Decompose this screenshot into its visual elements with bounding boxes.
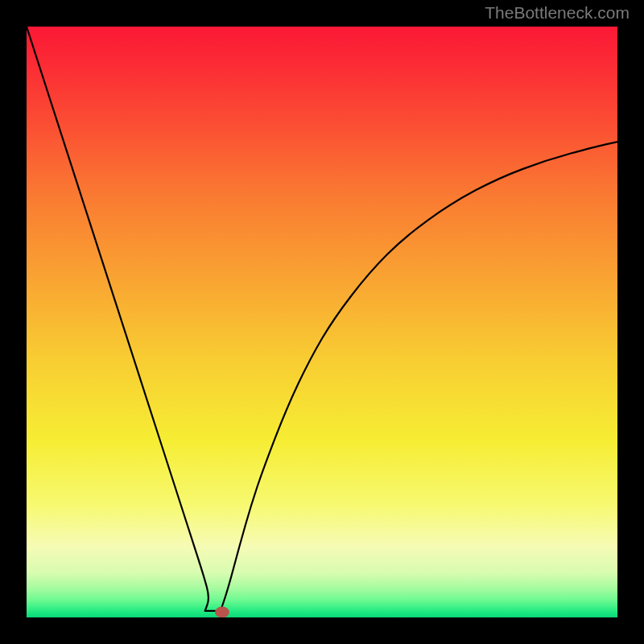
plot-area bbox=[27, 27, 617, 617]
chart-stage: TheBottleneck.com bbox=[0, 0, 644, 644]
curve-layer bbox=[27, 27, 617, 617]
minimum-marker bbox=[215, 606, 229, 617]
watermark-text: TheBottleneck.com bbox=[485, 3, 630, 23]
bottleneck-curve bbox=[27, 27, 617, 613]
